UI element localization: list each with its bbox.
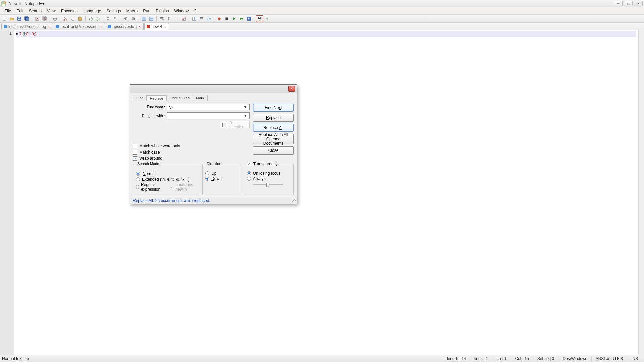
svg-rect-11 [54, 17, 56, 18]
close-tab-icon[interactable]: ✕ [163, 25, 167, 28]
menu-bar: FileEditSearchViewEncodingLanguageSettin… [0, 7, 644, 15]
direction-group: Direction Up Down [202, 164, 240, 195]
transparency-slider[interactable] [253, 182, 283, 188]
search-mode-normal[interactable]: Normal [136, 171, 196, 176]
menu-file[interactable]: File [2, 8, 14, 14]
show-all-chars-icon[interactable]: ¶ [166, 15, 172, 22]
transparency-on-losing-focus[interactable]: On losing focus [247, 171, 291, 176]
menu-edit[interactable]: Edit [14, 8, 26, 14]
find-next-button[interactable]: Find Next [253, 104, 294, 112]
cut-icon[interactable] [62, 15, 69, 22]
redo-icon[interactable] [95, 15, 101, 22]
file-tab[interactable]: localTaskProcess.err✕ [54, 23, 105, 30]
transparency-always[interactable]: Always [247, 176, 291, 181]
svg-rect-26 [150, 19, 153, 20]
zoom-in-icon[interactable] [123, 15, 129, 22]
open-file-icon[interactable] [9, 15, 15, 22]
record-macro-icon[interactable] [216, 15, 223, 22]
doc-map-icon[interactable] [191, 15, 198, 22]
text-editor[interactable]: a:7:{i:0;i:9;} [14, 30, 638, 355]
close-all-icon[interactable] [41, 15, 48, 22]
dialog-close-icon[interactable]: ✕ [288, 86, 295, 92]
dropdown-icon[interactable]: ▾ [243, 113, 248, 118]
close-tab-icon[interactable]: ✕ [99, 25, 103, 28]
status-lines: lines : 1 [470, 356, 492, 361]
menu-plugins[interactable]: Plugins [153, 8, 171, 14]
search-mode-regex[interactable]: Regular expression ✓. matches newlin [136, 182, 196, 192]
file-tab[interactable]: new 4✕ [144, 23, 169, 30]
close-button[interactable]: ✕ [634, 1, 643, 6]
resize-grip-icon[interactable] [292, 199, 296, 203]
file-status-icon [108, 25, 111, 28]
sync-vscroll-icon[interactable] [141, 15, 147, 22]
print-icon[interactable] [52, 15, 58, 22]
menu-macro[interactable]: Macro [124, 8, 140, 14]
match-case-checkbox[interactable]: Match case [133, 150, 250, 155]
replace-button[interactable]: Replace [253, 114, 294, 122]
user-lang-icon[interactable] [180, 15, 187, 22]
wrap-around-checkbox[interactable]: ✓Wrap around [133, 156, 250, 161]
file-tab[interactable]: localTaskProcess.log✕ [1, 23, 53, 30]
spellcheck-icon[interactable]: ABC [256, 15, 263, 22]
svg-point-20 [114, 17, 116, 19]
menu-encoding[interactable]: Encoding [58, 8, 80, 14]
menu-window[interactable]: Window [172, 8, 192, 14]
save-icon[interactable] [16, 15, 23, 22]
dialog-titlebar[interactable]: ✕ [130, 85, 297, 93]
close-tab-icon[interactable]: ✕ [138, 25, 141, 28]
sync-hscroll-icon[interactable] [148, 15, 155, 22]
svg-rect-4 [18, 19, 21, 20]
menu-search[interactable]: Search [26, 8, 44, 14]
new-file-icon[interactable] [1, 15, 8, 22]
copy-icon[interactable] [69, 15, 76, 22]
match-whole-word-checkbox[interactable]: Match whole word only [133, 144, 250, 148]
file-tab[interactable]: apsserver.log✕ [106, 23, 144, 30]
indent-guide-icon[interactable] [173, 15, 180, 22]
dialog-tab-find[interactable]: Find [133, 95, 147, 101]
replace-all-button[interactable]: Replace All [253, 124, 294, 132]
find-icon[interactable] [105, 15, 112, 22]
file-tab-label: localTaskProcess.log [8, 24, 46, 29]
direction-down[interactable]: Down [205, 176, 237, 181]
save-all-icon[interactable] [23, 15, 30, 22]
save-macro-icon[interactable] [246, 15, 252, 22]
close-file-icon[interactable] [34, 15, 41, 22]
paste-icon[interactable] [77, 15, 84, 22]
next-misspell-icon[interactable] [264, 15, 271, 22]
direction-up[interactable]: Up [205, 171, 237, 176]
svg-rect-23 [142, 17, 144, 20]
replace-icon[interactable] [112, 15, 119, 22]
gutter: 1 [0, 30, 14, 355]
func-list-icon[interactable] [198, 15, 205, 22]
file-tab-label: new 4 [151, 24, 162, 29]
replace-with-input[interactable]: ▾ [167, 112, 250, 119]
maximize-button[interactable]: ▭ [624, 1, 633, 6]
file-status-icon [147, 25, 150, 28]
play-macro-icon[interactable] [231, 15, 237, 22]
dialog-close-button[interactable]: Close [253, 146, 294, 155]
menu-language[interactable]: Language [80, 8, 104, 14]
menu-run[interactable]: Run [140, 8, 153, 14]
find-what-input[interactable]: \s ▾ [167, 104, 250, 110]
window-titlebar: *new 4 - Notepad++ ─ ▭ ✕ [0, 0, 644, 7]
transparency-checkbox[interactable]: ✓Transparency [247, 162, 278, 166]
search-mode-extended[interactable]: Extended (\n, \r, \t, \0, \x...) [136, 177, 196, 182]
dialog-tab-replace[interactable]: Replace [146, 95, 166, 101]
menu-view[interactable]: View [44, 8, 58, 14]
vertical-scrollbar[interactable] [638, 30, 644, 355]
stop-macro-icon[interactable] [223, 15, 230, 22]
minimize-button[interactable]: ─ [614, 1, 623, 6]
dropdown-icon[interactable]: ▾ [243, 105, 248, 109]
replace-all-opened-button[interactable]: Replace All in All OpenedDocuments [253, 134, 294, 144]
dialog-tab-find-in-files[interactable]: Find in Files [166, 95, 193, 101]
play-multi-icon[interactable] [238, 15, 245, 22]
status-filetype: Normal text file [2, 356, 443, 361]
wordwrap-icon[interactable] [158, 15, 165, 22]
menu-settings[interactable]: Settings [104, 8, 123, 14]
dialog-tab-mark[interactable]: Mark [193, 95, 207, 101]
zoom-out-icon[interactable] [130, 15, 137, 22]
folder-panel-icon[interactable] [206, 15, 212, 22]
close-tab-icon[interactable]: ✕ [47, 25, 51, 28]
menu-?[interactable]: ? [191, 8, 199, 14]
undo-icon[interactable] [87, 15, 94, 22]
